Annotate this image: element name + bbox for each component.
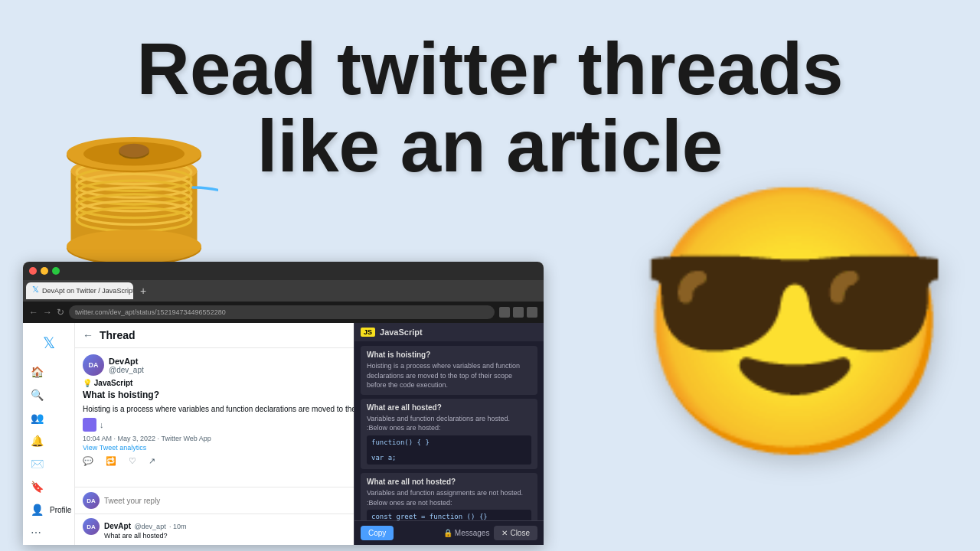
copy-button[interactable]: Copy xyxy=(361,526,394,540)
new-tab-button[interactable]: + xyxy=(135,282,152,299)
browser-titlebar xyxy=(23,262,544,280)
sidebar-item-communities[interactable]: 👥 xyxy=(23,407,74,429)
sidebar-item-more[interactable]: ⋯ xyxy=(23,522,74,543)
panel-q1: What is hoisting? xyxy=(367,350,531,359)
panel-a3: Variables and function assignments are n… xyxy=(367,488,531,498)
reply-avatar: DA xyxy=(83,492,100,509)
author-info: DevApt @dev_apt xyxy=(109,357,144,374)
profile-label: Profile xyxy=(50,506,71,514)
panel-content: What is hoisting? Hoisting is a process … xyxy=(354,341,544,520)
maximize-dot[interactable] xyxy=(52,267,60,275)
panel-code-2: function() { }var a; xyxy=(367,435,531,465)
twitter-favicon: 𝕏 xyxy=(32,285,39,297)
svg-point-17 xyxy=(67,230,201,263)
sidebar-item-messages[interactable]: ✉️ xyxy=(23,453,74,474)
sub-tweet-time: · 10m xyxy=(169,523,187,530)
panel-a2-note: :Below ones are hosted: xyxy=(367,423,531,433)
close-icon: ✕ xyxy=(501,529,508,537)
panel-js-badge: JS xyxy=(361,328,375,337)
sidebar-item-profile[interactable]: 👤 Profile xyxy=(23,499,74,520)
sunglasses-emoji: 😎 xyxy=(632,191,957,452)
share-action[interactable]: ↗ xyxy=(149,456,155,466)
author-handle: @dev_apt xyxy=(109,366,144,374)
twitter-logo[interactable]: 𝕏 xyxy=(38,329,60,357)
panel-section-3: What are all not hosted? Variables and f… xyxy=(361,473,537,520)
communities-icon: 👥 xyxy=(31,412,44,424)
like-action[interactable]: ♡ xyxy=(129,456,136,466)
browser-window: 𝕏 DevApt on Twitter / JavaScript 1... ✕ … xyxy=(23,262,544,545)
more-icon: ⋯ xyxy=(31,527,41,539)
browser-tab-bar: 𝕏 DevApt on Twitter / JavaScript 1... ✕ … xyxy=(23,280,544,302)
lock-icon-area: 🔒 Messages xyxy=(443,529,490,537)
sidebar-item-explore[interactable]: 🔍 xyxy=(23,384,74,406)
thread-reader-panel: JS JavaScript What is hoisting? Hoisting… xyxy=(354,323,544,545)
reply-action[interactable]: 💬 xyxy=(83,456,93,466)
panel-a1: Hoisting is a process where variables an… xyxy=(367,361,531,390)
back-to-feed-button[interactable]: ← xyxy=(83,329,93,341)
tab-label: DevApt on Twitter / JavaScript 1... xyxy=(42,287,133,295)
browser-tab-active[interactable]: 𝕏 DevApt on Twitter / JavaScript 1... ✕ xyxy=(26,282,133,299)
browser-addressbar: ← → ↻ twitter.com/dev_apt/status/1521947… xyxy=(23,302,544,323)
author-avatar: DA xyxy=(83,354,104,376)
panel-footer: Copy 🔒 Messages ✕ Close xyxy=(354,520,544,545)
sub-tweet-handle: @dev_apt xyxy=(134,523,165,530)
forward-button[interactable]: → xyxy=(43,307,52,318)
browser-action-3[interactable] xyxy=(527,307,537,318)
close-button[interactable]: ✕ Close xyxy=(494,526,537,540)
browser-action-1[interactable] xyxy=(499,307,510,318)
panel-title: JavaScript xyxy=(380,328,423,337)
panel-q3: What are all not hosted? xyxy=(367,478,531,486)
twitter-sidebar: 𝕏 🏠 🔍 👥 🔔 ✉️ 🔖 👤 Profile xyxy=(23,323,75,545)
messages-text: Messages xyxy=(455,529,490,537)
sidebar-item-notifications[interactable]: 🔔 xyxy=(23,430,74,452)
close-dot[interactable] xyxy=(29,267,37,275)
sidebar-item-home[interactable]: 🏠 xyxy=(23,361,74,383)
refresh-button[interactable]: ↻ xyxy=(57,307,64,318)
notifications-icon: 🔔 xyxy=(31,435,44,447)
address-bar[interactable]: twitter.com/dev_apt/status/1521947344965… xyxy=(69,305,495,319)
panel-header: JS JavaScript xyxy=(354,323,544,341)
sub-tweet-name: DevApt xyxy=(104,522,131,530)
retweet-action[interactable]: 🔁 xyxy=(106,456,116,466)
back-button[interactable]: ← xyxy=(29,307,38,318)
lock-icon: 🔒 xyxy=(443,529,452,537)
panel-section-1: What is hoisting? Hoisting is a process … xyxy=(361,346,537,395)
author-name: DevApt xyxy=(109,357,144,366)
panel-section-2: What are all hosted? Variables and funct… xyxy=(361,399,537,469)
explore-icon: 🔍 xyxy=(31,389,44,401)
profile-icon: 👤 xyxy=(31,504,44,516)
svg-point-15 xyxy=(119,144,149,158)
minimize-dot[interactable] xyxy=(41,267,48,275)
sidebar-item-bookmarks[interactable]: 🔖 xyxy=(23,476,74,497)
thread-title: Thread xyxy=(100,329,136,341)
bookmarks-icon: 🔖 xyxy=(31,481,44,493)
panel-a3-note: :Below ones are not hosted: xyxy=(367,498,531,508)
spool-illustration xyxy=(23,99,245,276)
browser-content: 𝕏 🏠 🔍 👥 🔔 ✉️ 🔖 👤 Profile xyxy=(23,323,544,545)
panel-q2: What are all hosted? xyxy=(367,403,531,412)
browser-action-2[interactable] xyxy=(513,307,524,318)
address-text: twitter.com/dev_apt/status/1521947344965… xyxy=(75,308,226,316)
twitter-main-content: ← Thread DA DevApt @dev_apt 💡 JavaScript… xyxy=(75,323,544,545)
sub-tweet-avatar: DA xyxy=(83,518,100,535)
browser-action-buttons xyxy=(499,307,537,318)
panel-a2: Variables and function declarations are … xyxy=(367,414,531,424)
panel-code-3: const greet = function () {} xyxy=(367,510,531,520)
messages-icon: ✉️ xyxy=(31,458,44,470)
home-icon: 🏠 xyxy=(31,366,44,378)
